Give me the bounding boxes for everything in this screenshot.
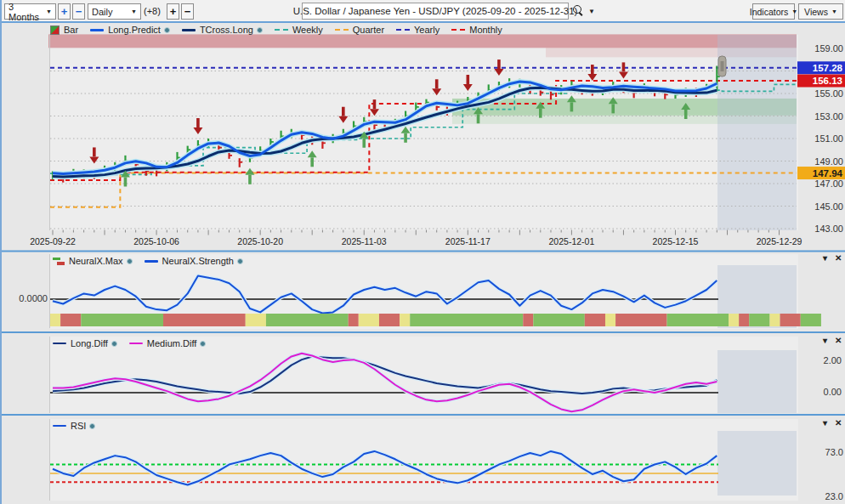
legend-item-rsi[interactable]: RSI <box>53 421 95 431</box>
info-icon[interactable] <box>164 27 170 33</box>
legend-label: Monthly <box>469 25 502 35</box>
svg-text:159.00: 159.00 <box>814 43 843 54</box>
chart-canvas: 159.00155.00153.00151.00149.00147.00145.… <box>2 0 845 504</box>
rsi-panel-legend: RSI <box>53 421 107 431</box>
legend-item-neuralx-strength[interactable]: NeuralX.Strength <box>145 256 243 266</box>
legend-label: NeuralX.Strength <box>162 256 234 266</box>
svg-text:143.00: 143.00 <box>814 224 843 234</box>
neuralx-max-swatch-icon <box>53 258 65 265</box>
info-icon[interactable] <box>237 258 243 264</box>
legend-label: Long.Diff <box>71 338 108 348</box>
svg-text:2025-12-15: 2025-12-15 <box>653 236 699 246</box>
line-swatch-icon <box>90 29 104 31</box>
svg-text:2025-11-03: 2025-11-03 <box>342 236 387 246</box>
info-icon[interactable] <box>111 341 117 347</box>
legend-label: Weekly <box>292 25 323 35</box>
diff-panel-legend: Long.Diff Medium.Diff <box>53 338 218 348</box>
legend-item-long-diff[interactable]: Long.Diff <box>53 338 117 348</box>
legend-label: RSI <box>71 421 86 431</box>
legend-label: Quarter <box>353 25 384 35</box>
chevron-down-icon: ▼ <box>131 8 137 14</box>
period-select[interactable]: Daily ▼ <box>88 3 141 20</box>
legend-label: Bar <box>64 25 78 35</box>
neuralx-panel-legend: NeuralX.Max NeuralX.Strength <box>53 256 255 266</box>
search-chevron-down-icon[interactable]: ▼ <box>588 8 595 15</box>
chevron-down-icon: ▼ <box>791 8 797 14</box>
legend-item-medium-diff[interactable]: Medium.Diff <box>129 338 206 348</box>
svg-text:147.00: 147.00 <box>814 178 843 189</box>
rsi-tick-low: 23.0 <box>809 491 843 501</box>
svg-text:2025-10-06: 2025-10-06 <box>133 236 179 246</box>
line-swatch-icon <box>182 29 196 31</box>
svg-text:2025-10-20: 2025-10-20 <box>237 236 283 246</box>
legend-item-tcross-long[interactable]: TCross.Long <box>182 25 263 35</box>
svg-text:149.00: 149.00 <box>814 156 843 167</box>
legend-item-quarter[interactable]: Quarter <box>335 25 384 35</box>
legend-label: Yearly <box>414 25 440 35</box>
svg-text:2025-11-17: 2025-11-17 <box>445 236 491 246</box>
svg-text:151.00: 151.00 <box>814 133 843 144</box>
svg-text:153.00: 153.00 <box>814 111 843 122</box>
neuralx-collapse-button[interactable]: ▾ <box>823 254 827 263</box>
info-icon[interactable] <box>89 423 95 429</box>
prediction-boundary-handle[interactable] <box>718 56 726 76</box>
legend-item-neuralx-max[interactable]: NeuralX.Max <box>53 256 133 266</box>
info-icon[interactable] <box>200 341 206 347</box>
diff-tick-2: 2.00 <box>808 355 842 365</box>
diff-collapse-button[interactable]: ▾ <box>823 337 827 345</box>
legend-item-bar[interactable]: Bar <box>50 25 78 35</box>
rsi-collapse-button[interactable]: ▾ <box>823 419 827 428</box>
legend-label: Long.Predict <box>108 25 161 35</box>
line-swatch-icon <box>145 260 158 263</box>
legend-item-monthly[interactable]: Monthly <box>451 25 502 35</box>
dashed-line-swatch-icon <box>396 29 410 31</box>
chevron-down-icon: ▼ <box>831 8 837 14</box>
indicators-menu-button[interactable]: Indicators ▼ <box>752 3 795 20</box>
price-badge-yearly: 157.28 <box>797 61 845 74</box>
legend-item-long-predict[interactable]: Long.Predict <box>90 25 170 35</box>
main-chart-legend: Bar Long.Predict TCross.Long Weekly Quar… <box>50 25 514 35</box>
line-swatch-icon <box>53 343 66 344</box>
date-range-select[interactable]: 3 Months ▼ <box>4 3 56 20</box>
add-button[interactable]: + <box>167 3 179 20</box>
zoom-in-button[interactable]: + <box>58 3 71 20</box>
svg-text:145.00: 145.00 <box>814 201 843 212</box>
bar-swatch-icon <box>50 25 60 35</box>
neuralx-close-button[interactable]: ✕ <box>835 254 842 263</box>
dashed-line-swatch-icon <box>451 29 465 31</box>
symbol-title[interactable]: U.S. Dollar / Japanese Yen - USD/JPY (20… <box>302 3 569 20</box>
zoom-out-button[interactable]: − <box>72 3 85 20</box>
legend-item-yearly[interactable]: Yearly <box>396 25 440 35</box>
svg-text:147.94: 147.94 <box>813 168 843 178</box>
legend-label: TCross.Long <box>200 25 253 35</box>
remove-button[interactable]: − <box>181 3 194 20</box>
dashed-line-swatch-icon <box>275 29 288 31</box>
views-label: Views <box>804 7 828 17</box>
svg-text:2025-12-01: 2025-12-01 <box>549 236 595 246</box>
diff-close-button[interactable]: ✕ <box>835 337 842 345</box>
rsi-tick-high: 73.0 <box>809 447 843 457</box>
info-icon[interactable] <box>257 27 263 33</box>
neuralx-color-strip <box>50 314 821 326</box>
svg-text:2025-12-29: 2025-12-29 <box>757 236 802 246</box>
neuralx-zero-label: 0.0000 <box>14 293 48 303</box>
price-badge-quarter: 147.94 <box>797 167 845 179</box>
indicators-label: Indicators <box>750 7 789 17</box>
info-icon[interactable] <box>127 258 133 264</box>
views-menu-button[interactable]: Views ▼ <box>798 3 843 20</box>
svg-text:157.28: 157.28 <box>813 63 843 73</box>
period-extra-count: (+8) <box>144 3 161 20</box>
legend-label: Medium.Diff <box>147 338 196 348</box>
toolbar: 3 Months ▼ + − Daily ▼ (+8) + − U.S. Dol… <box>2 0 845 23</box>
date-axis: 2025-09-222025-10-062025-10-202025-11-03… <box>30 230 802 247</box>
search-icon[interactable] <box>573 5 583 15</box>
svg-text:2025-09-22: 2025-09-22 <box>30 236 76 246</box>
svg-text:156.13: 156.13 <box>813 76 842 86</box>
date-range-value: 3 Months <box>9 2 43 22</box>
line-swatch-icon <box>129 343 143 344</box>
legend-item-weekly[interactable]: Weekly <box>275 25 323 35</box>
rsi-close-button[interactable]: ✕ <box>835 419 842 428</box>
diff-tick-0: 0.00 <box>808 387 842 397</box>
line-swatch-icon <box>53 425 66 427</box>
chevron-down-icon: ▼ <box>46 8 52 14</box>
